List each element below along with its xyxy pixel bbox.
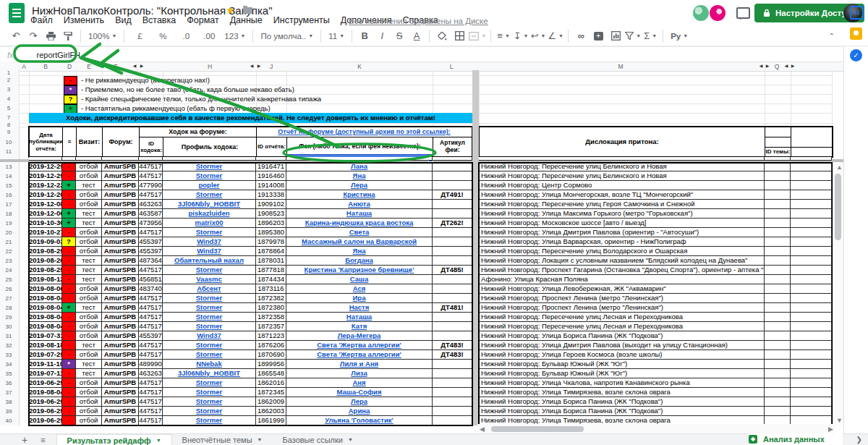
zoom-select[interactable]: 100%▼: [85, 28, 119, 44]
more-formats-button[interactable]: 123▼: [221, 28, 248, 44]
font-select[interactable]: По умолча..▼: [258, 28, 316, 44]
cell-report-id[interactable]: 1873116: [256, 284, 286, 294]
cell-forum[interactable]: AmurSPB: [102, 360, 139, 369]
cell-article[interactable]: ДТ483!: [433, 341, 472, 350]
profile-link[interactable]: Stormer: [196, 388, 222, 396]
row-header-38[interactable]: 38: [0, 397, 17, 407]
cell-location[interactable]: Нижний Новгород: Улица Героев Космоса (в…: [479, 350, 765, 360]
cell-topic-id[interactable]: [765, 247, 791, 256]
row12-cell[interactable]: [163, 157, 256, 161]
menu-2[interactable]: Изменить: [64, 15, 104, 26]
cell-location[interactable]: Нижний Новгород: Пересечение улиц Белинс…: [479, 162, 765, 171]
header-group-hodok[interactable]: Ходок на форуме:: [139, 127, 257, 137]
profile-link[interactable]: Stormer: [196, 416, 222, 424]
profile-link[interactable]: Stormer: [196, 341, 222, 349]
cell-status[interactable]: -: [62, 284, 76, 294]
cell-date[interactable]: 2019-08-06: [29, 284, 62, 294]
menu-5[interactable]: Формат: [187, 15, 218, 26]
cell-date[interactable]: 2019-07-29: [29, 350, 62, 360]
cell-extra[interactable]: [791, 256, 832, 266]
cell-date[interactable]: 2019-09-03: [29, 237, 62, 247]
cell-topic-id[interactable]: [765, 331, 791, 341]
cell-forum[interactable]: AmurSPB: [102, 303, 139, 313]
cell-topic-id[interactable]: [765, 200, 791, 209]
cell-fairy-link[interactable]: Ира: [286, 294, 433, 303]
cell-status[interactable]: -: [62, 275, 76, 284]
cell-forum[interactable]: AmurSPB: [102, 190, 139, 200]
cell-visit[interactable]: тест: [76, 266, 102, 275]
header-visit[interactable]: Визит:: [76, 127, 103, 157]
cell-status[interactable]: -: [62, 190, 76, 200]
input-tools-button[interactable]: Ру▼: [668, 28, 691, 44]
cell-profile-link[interactable]: Stormer: [163, 341, 256, 350]
cell-fairy-link[interactable]: Яна: [286, 247, 433, 256]
cell-topic-id[interactable]: [765, 219, 791, 228]
cell-profile-link[interactable]: Stormer: [163, 350, 256, 360]
row12-cell[interactable]: [29, 157, 62, 161]
cell-article[interactable]: [433, 200, 472, 209]
cell-profile-link[interactable]: Stormer: [163, 266, 256, 275]
comments-icon[interactable]: [736, 7, 750, 19]
cell-visit[interactable]: отбой: [76, 313, 102, 322]
row-header-17[interactable]: 17: [0, 200, 17, 209]
cell-report-id[interactable]: 1872380: [256, 303, 286, 313]
text-color-button[interactable]: A: [409, 28, 425, 44]
cell-profile-link[interactable]: Wind37: [163, 237, 256, 247]
cell-status[interactable]: -: [62, 266, 76, 275]
sheets-logo-icon[interactable]: [9, 3, 25, 23]
cell-visit[interactable]: отбой: [76, 350, 102, 360]
cell-fairy-link[interactable]: Лера: [286, 181, 433, 190]
cell-fairy-link[interactable]: Наташа: [286, 313, 433, 322]
cell-status[interactable]: -: [62, 256, 76, 266]
functions-button[interactable]: Σ▼: [642, 28, 658, 44]
profile-link[interactable]: Обаятельный нахал: [174, 256, 244, 264]
row-header-31[interactable]: 31: [0, 331, 17, 341]
row12-cell[interactable]: [791, 157, 832, 161]
row12-cell[interactable]: [102, 157, 139, 161]
cell-report-id[interactable]: 1916460: [256, 171, 286, 181]
cell-visit[interactable]: отбой: [76, 200, 102, 209]
cell-location[interactable]: Нижний Новгород: Пересечение улиц Героя …: [479, 200, 765, 209]
cell-report-id[interactable]: 1862003: [256, 407, 286, 416]
print-button[interactable]: [43, 28, 59, 44]
header-article[interactable]: Артикул феи:: [433, 137, 472, 157]
cell-status[interactable]: -: [62, 228, 76, 237]
row-header-34[interactable]: 34: [0, 360, 17, 369]
cell-profile-link[interactable]: Wind37: [163, 331, 256, 341]
scroll-down-arrow[interactable]: ▼: [836, 417, 843, 424]
row-header-4[interactable]: 4: [0, 94, 17, 103]
profile-link[interactable]: Stormer: [196, 407, 222, 415]
profile-link[interactable]: Stormer: [196, 171, 222, 179]
cell-location[interactable]: Нижний Новгород: Улица Тимирязева, возле…: [479, 388, 765, 397]
header-hodok-profile[interactable]: Профиль ходока:: [163, 137, 257, 157]
cell-article[interactable]: ДТ262!: [433, 219, 472, 228]
filter-button[interactable]: ▼: [625, 28, 641, 44]
collaborator-avatar[interactable]: [693, 5, 709, 21]
menu-6[interactable]: Данные: [230, 15, 263, 26]
cell-visit[interactable]: отбой: [76, 190, 102, 200]
cell-hodok-id[interactable]: 447517: [139, 322, 163, 331]
fill-color-button[interactable]: [434, 28, 450, 44]
cell-hodok-id[interactable]: 455397: [139, 237, 163, 247]
profile-link[interactable]: Stormer: [196, 228, 222, 236]
cell-article[interactable]: [433, 331, 472, 341]
cell-report-id[interactable]: 1899956: [256, 360, 286, 369]
cell-visit[interactable]: отбой: [76, 407, 102, 416]
cell-location[interactable]: Нижний Новгород: Улица Чкалова, напротив…: [479, 378, 765, 388]
profile-link[interactable]: matrix00: [195, 219, 223, 226]
cell-forum[interactable]: AmurSPB: [102, 397, 139, 407]
header-group-report-link[interactable]: Отчёт на форуме (доступный архив по этой…: [256, 127, 472, 137]
horizontal-align-button[interactable]: ≡▼: [495, 28, 511, 44]
cell-report-id[interactable]: 1879978: [256, 237, 286, 247]
header-hodok-id[interactable]: ID ходока:: [139, 137, 163, 157]
cell-article[interactable]: ДТ481!: [433, 303, 472, 313]
cell-status[interactable]: -: [62, 294, 76, 303]
explore-button[interactable]: ◆ Анализ данных: [749, 433, 843, 445]
cell-article[interactable]: [433, 209, 472, 219]
cell-location[interactable]: Нижний Новгород: Проспект Ленина (метро …: [479, 303, 765, 313]
cell-extra[interactable]: [791, 171, 832, 181]
cell-article[interactable]: [433, 228, 472, 237]
cell-visit[interactable]: отбой: [76, 247, 102, 256]
merge-cells-button[interactable]: ▼: [469, 28, 486, 44]
cell-date[interactable]: 2019-12-29: [29, 171, 62, 181]
